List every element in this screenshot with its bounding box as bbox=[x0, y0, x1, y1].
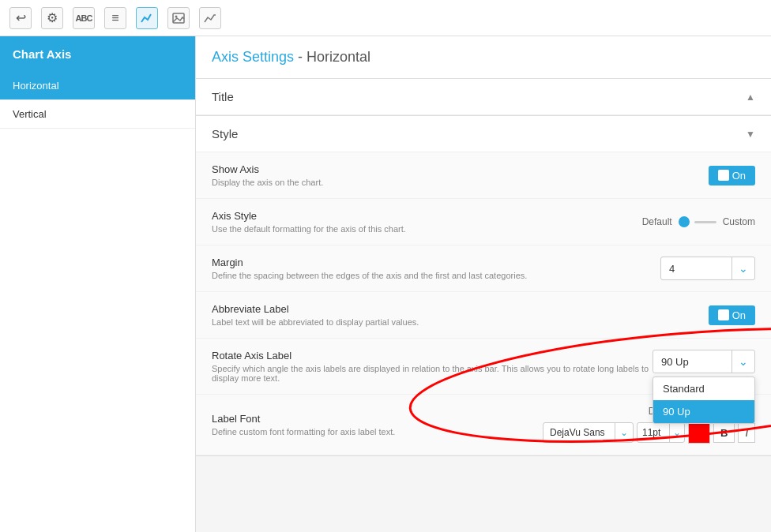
font-family-dropdown[interactable]: DejaVu Sans ⌄ bbox=[543, 422, 634, 443]
sidebar: Chart Axis Horizontal Vertical bbox=[0, 36, 196, 532]
axis-style-radio[interactable] bbox=[679, 216, 716, 227]
axis-style-row: Axis Style Use the default formatting fo… bbox=[196, 199, 771, 245]
margin-label: Margin bbox=[212, 257, 660, 268]
margin-info: Margin Define the spacing between the ed… bbox=[212, 257, 660, 280]
image-icon[interactable] bbox=[167, 7, 190, 29]
style-section-toggle[interactable]: Style ▼ bbox=[196, 116, 771, 152]
label-font-label: Label Font bbox=[212, 413, 536, 425]
abbreviate-label-info: Abbreviate Label Label text will be abbr… bbox=[212, 303, 709, 327]
axis-style-radio-line bbox=[694, 221, 716, 223]
margin-dropdown-arrow[interactable]: ⌄ bbox=[732, 257, 754, 279]
rotate-option-standard[interactable]: Standard bbox=[653, 377, 754, 400]
sidebar-header: Chart Axis bbox=[0, 36, 195, 72]
abbreviate-label-control: On bbox=[709, 305, 755, 325]
axis-style-radio-dot bbox=[679, 216, 690, 227]
font-controls: DejaVu Sans ⌄ 11pt ⌄ B I bbox=[543, 421, 755, 444]
margin-value: 4 bbox=[661, 258, 732, 279]
font-size-arrow[interactable]: ⌄ bbox=[669, 423, 684, 442]
show-axis-row: Show Axis Display the axis on the chart.… bbox=[196, 152, 771, 199]
line-chart-icon[interactable] bbox=[136, 7, 158, 29]
area-chart-icon[interactable] bbox=[199, 7, 221, 29]
rotate-option-90up[interactable]: 90 Up bbox=[653, 400, 754, 423]
toolbar: ↩ ⚙ ABC ≡ bbox=[0, 0, 771, 36]
settings-icon[interactable]: ⚙ bbox=[41, 7, 63, 29]
page-subtitle: - Horizontal bbox=[298, 49, 370, 65]
title-section-label: Title bbox=[212, 90, 234, 103]
margin-desc: Define the spacing between the edges of … bbox=[212, 271, 660, 280]
show-axis-toggle[interactable]: On bbox=[709, 166, 755, 185]
style-section: Style ▼ Show Axis Display the axis on th… bbox=[196, 116, 771, 456]
rotate-axis-dropdown-arrow[interactable]: ⌄ bbox=[732, 350, 754, 373]
show-axis-info: Show Axis Display the axis on the chart. bbox=[212, 163, 709, 187]
undo-icon[interactable]: ↩ bbox=[9, 7, 32, 29]
axis-style-info: Axis Style Use the default formatting fo… bbox=[212, 210, 642, 234]
font-family-value: DejaVu Sans bbox=[543, 423, 615, 442]
axis-style-control: Default Custom bbox=[642, 216, 755, 227]
rotate-axis-dropdown-menu: Standard 90 Up bbox=[653, 377, 755, 424]
abbreviate-label-toggle[interactable]: On bbox=[709, 305, 755, 325]
svg-point-1 bbox=[175, 15, 178, 17]
show-axis-label: Show Axis bbox=[212, 163, 709, 175]
list-icon[interactable]: ≡ bbox=[104, 7, 126, 29]
page-title: Axis Settings bbox=[212, 49, 294, 65]
rotate-axis-row: Rotate Axis Label Specify which angle th… bbox=[196, 339, 771, 395]
font-size-value: 11pt bbox=[637, 423, 669, 442]
style-section-label: Style bbox=[212, 127, 238, 140]
show-axis-control: On bbox=[709, 166, 755, 185]
show-axis-desc: Display the axis on the chart. bbox=[212, 178, 709, 187]
sidebar-item-vertical[interactable]: Vertical bbox=[0, 100, 195, 129]
italic-button[interactable]: I bbox=[738, 423, 755, 443]
font-size-dropdown[interactable]: 11pt ⌄ bbox=[637, 422, 685, 443]
abbreviate-label-label: Abbreviate Label bbox=[212, 303, 709, 315]
style-chevron-icon: ▼ bbox=[746, 129, 755, 140]
rotate-axis-dropdown[interactable]: 90 Up ⌄ bbox=[653, 350, 755, 373]
margin-row: Margin Define the spacing between the ed… bbox=[196, 245, 771, 292]
rotate-axis-control: 90 Up ⌄ Standard 90 Up bbox=[653, 350, 755, 373]
title-section: Title ▲ bbox=[196, 79, 771, 116]
sidebar-item-horizontal[interactable]: Horizontal bbox=[0, 72, 195, 100]
content-area: Axis Settings - Horizontal Title ▲ Style… bbox=[196, 36, 771, 532]
axis-style-label: Axis Style bbox=[212, 210, 642, 222]
axis-style-custom-label: Custom bbox=[723, 216, 755, 227]
text-icon[interactable]: ABC bbox=[73, 7, 95, 29]
margin-dropdown[interactable]: 4 ⌄ bbox=[660, 257, 755, 280]
rotate-axis-desc: Specify which angle the axis labels are … bbox=[212, 364, 653, 383]
title-chevron-icon: ▲ bbox=[746, 92, 755, 103]
rotate-axis-label: Rotate Axis Label bbox=[212, 350, 653, 362]
margin-control: 4 ⌄ bbox=[660, 257, 755, 280]
main-layout: Chart Axis Horizontal Vertical Axis Sett… bbox=[0, 36, 771, 532]
axis-style-desc: Use the default formatting for the axis … bbox=[212, 224, 642, 234]
axis-style-default-label: Default bbox=[642, 216, 672, 227]
content-header: Axis Settings - Horizontal bbox=[196, 36, 771, 79]
rotate-axis-info: Rotate Axis Label Specify which angle th… bbox=[212, 350, 653, 383]
font-family-arrow[interactable]: ⌄ bbox=[615, 423, 633, 442]
abbreviate-label-desc: Label text will be abbreviated to displa… bbox=[212, 317, 709, 327]
title-section-toggle[interactable]: Title ▲ bbox=[196, 79, 771, 115]
bold-button[interactable]: B bbox=[713, 423, 735, 443]
rotate-axis-inner: Rotate Axis Label Specify which angle th… bbox=[212, 350, 755, 383]
rotate-axis-value: 90 Up bbox=[653, 351, 732, 373]
abbreviate-label-row: Abbreviate Label Label text will be abbr… bbox=[196, 292, 771, 339]
font-color-swatch[interactable] bbox=[688, 421, 710, 444]
label-font-info: Label Font Define custom font formatting… bbox=[212, 413, 536, 436]
label-font-desc: Define custom font formatting for axis l… bbox=[212, 427, 536, 436]
